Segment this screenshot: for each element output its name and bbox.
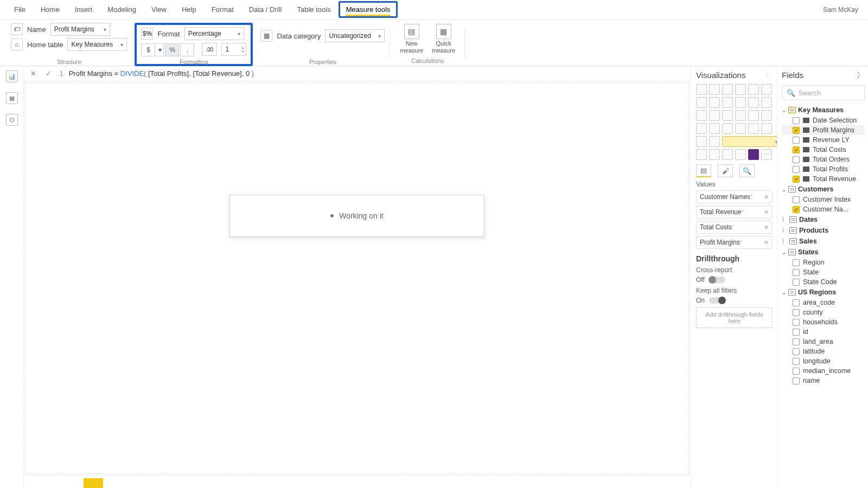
- model-view-button[interactable]: ⌬: [6, 114, 18, 126]
- field-longitude[interactable]: longitude: [782, 356, 865, 366]
- remove-field-icon[interactable]: ✕: [764, 194, 769, 201]
- field-total-profits[interactable]: Total Profits: [782, 164, 865, 174]
- viz-type-3[interactable]: [735, 84, 746, 95]
- field-county[interactable]: county: [782, 307, 865, 317]
- field-checkbox[interactable]: ✓: [793, 176, 800, 183]
- field-date-selection[interactable]: Date Selection: [782, 115, 865, 125]
- viz-type-16[interactable]: [748, 110, 759, 121]
- field-name[interactable]: name: [782, 376, 865, 386]
- viz-type-31[interactable]: [709, 149, 720, 160]
- field-total-costs[interactable]: ✓Total Costs: [782, 145, 865, 155]
- remove-field-icon[interactable]: ✕: [764, 224, 769, 231]
- field-checkbox[interactable]: [793, 319, 800, 326]
- fields-search-input[interactable]: 🔍Search: [782, 85, 865, 100]
- viz-type-14[interactable]: [722, 110, 733, 121]
- field-checkbox[interactable]: ✓: [793, 127, 800, 134]
- table-us-regions[interactable]: ⌄US Regions: [782, 287, 865, 298]
- field-checkbox[interactable]: [793, 137, 800, 144]
- remove-field-icon[interactable]: ✕: [764, 239, 769, 246]
- field-well-customer-names[interactable]: Customer Names˅✕: [696, 190, 773, 203]
- menu-help[interactable]: Help: [174, 1, 204, 18]
- quick-measure-button[interactable]: ▦ Quick measure: [427, 23, 459, 55]
- viz-type-13[interactable]: [709, 110, 720, 121]
- analytics-tab-button[interactable]: 🔍: [739, 164, 755, 177]
- new-measure-button[interactable]: ▤ New measure: [395, 23, 427, 55]
- viz-type-6[interactable]: [696, 97, 707, 108]
- viz-type-5[interactable]: [761, 84, 772, 95]
- field-checkbox[interactable]: ✓: [793, 146, 800, 153]
- viz-type-11[interactable]: [761, 97, 772, 108]
- decimal-places-input[interactable]: 1: [221, 43, 246, 56]
- viz-type-24[interactable]: [696, 136, 707, 147]
- field-checkbox[interactable]: [793, 338, 800, 345]
- field-land-area[interactable]: land_area: [782, 337, 865, 346]
- viz-type-4[interactable]: [748, 84, 759, 95]
- field-median-income[interactable]: median_income: [782, 366, 865, 376]
- field-revenue-ly[interactable]: Revenue LY: [782, 135, 865, 145]
- field-checkbox[interactable]: [793, 259, 800, 266]
- viz-type-0[interactable]: [696, 84, 707, 95]
- collapse-viz-icon[interactable]: 〉: [766, 70, 773, 80]
- field-state-code[interactable]: State Code: [782, 277, 865, 287]
- formula-cancel-button[interactable]: ✕: [27, 68, 39, 79]
- data-view-button[interactable]: ▦: [6, 92, 18, 104]
- field-id[interactable]: id: [782, 327, 865, 337]
- fields-tab-button[interactable]: ▤: [696, 164, 711, 177]
- field-checkbox[interactable]: [793, 196, 800, 203]
- field-area-code[interactable]: area_code: [782, 298, 865, 307]
- viz-type-19[interactable]: [709, 123, 720, 134]
- menu-view[interactable]: View: [144, 1, 174, 18]
- table-dates[interactable]: 〉Dates: [782, 214, 865, 225]
- field-checkbox[interactable]: [793, 279, 800, 286]
- menu-data-drill[interactable]: Data / Drill: [241, 1, 290, 18]
- formula-text[interactable]: Profit Margins = DIVIDE( [Total Profits]…: [69, 69, 254, 78]
- menu-format[interactable]: Format: [204, 1, 241, 18]
- menu-home[interactable]: Home: [33, 1, 67, 18]
- report-canvas[interactable]: Working on it: [25, 82, 689, 474]
- field-checkbox[interactable]: [793, 156, 800, 163]
- page-tab-active[interactable]: [84, 478, 103, 488]
- thousands-button[interactable]: ,: [180, 43, 194, 56]
- viz-type-23[interactable]: [761, 123, 772, 134]
- menu-file[interactable]: File: [7, 1, 33, 18]
- menu-table-tools[interactable]: Table tools: [289, 1, 338, 18]
- drillthrough-field-well[interactable]: Add drillthrough fields here: [696, 307, 773, 328]
- field-state[interactable]: State: [782, 267, 865, 277]
- viz-type-9[interactable]: [735, 97, 746, 108]
- field-customer-index[interactable]: Customer Index: [782, 195, 865, 204]
- data-category-select[interactable]: Uncategorized: [325, 29, 385, 42]
- formula-commit-button[interactable]: ✓: [42, 68, 54, 79]
- menu-measure-tools[interactable]: Measure tools: [339, 1, 398, 18]
- viz-type-30[interactable]: [696, 149, 707, 160]
- name-input[interactable]: Profit Margins: [50, 23, 110, 36]
- field-well-total-revenue[interactable]: Total Revenue˅✕: [696, 206, 773, 219]
- report-view-button[interactable]: 📊: [6, 70, 18, 82]
- viz-type-34[interactable]: [748, 149, 759, 160]
- viz-type-2[interactable]: [722, 84, 733, 95]
- field-checkbox[interactable]: [793, 377, 800, 384]
- viz-type-15[interactable]: [735, 110, 746, 121]
- field-checkbox[interactable]: [793, 329, 800, 336]
- home-table-select[interactable]: Key Measures: [67, 38, 127, 51]
- field-latitude[interactable]: latitude: [782, 346, 865, 356]
- viz-type-25[interactable]: [709, 136, 720, 147]
- table-sales[interactable]: 〉Sales: [782, 236, 865, 247]
- cross-report-toggle[interactable]: Off: [696, 276, 773, 284]
- field-region[interactable]: Region: [782, 258, 865, 267]
- field-checkbox[interactable]: [793, 299, 800, 306]
- viz-type-26[interactable]: [722, 136, 777, 147]
- format-tab-button[interactable]: 🖌: [718, 164, 733, 177]
- menu-modeling[interactable]: Modeling: [100, 1, 144, 18]
- viz-type-10[interactable]: [748, 97, 759, 108]
- field-customer-na-[interactable]: ✓Customer Na...: [782, 204, 865, 214]
- viz-type-32[interactable]: [722, 149, 733, 160]
- keep-filters-toggle[interactable]: On: [696, 297, 773, 304]
- field-checkbox[interactable]: [793, 117, 800, 124]
- field-total-orders[interactable]: Total Orders: [782, 155, 865, 164]
- table-key-measures[interactable]: ⌄Key Measures: [782, 105, 865, 115]
- field-checkbox[interactable]: ✓: [793, 206, 800, 213]
- field-checkbox[interactable]: [793, 269, 800, 276]
- viz-type-33[interactable]: [735, 149, 746, 160]
- field-checkbox[interactable]: [793, 166, 800, 173]
- field-households[interactable]: households: [782, 317, 865, 327]
